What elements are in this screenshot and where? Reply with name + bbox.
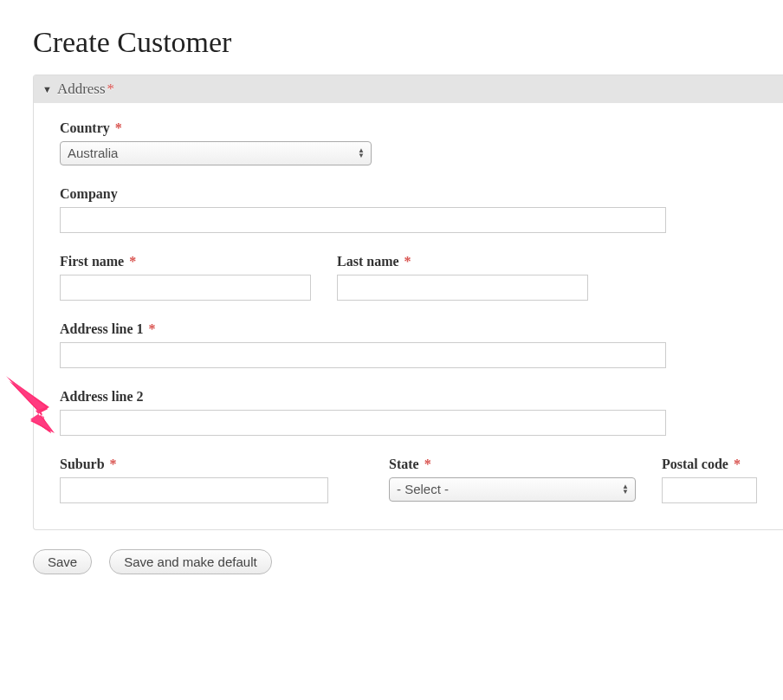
address-panel: ▼ Address * Country bbox=[33, 75, 783, 530]
suburb-input[interactable] bbox=[60, 477, 328, 503]
suburb-label: Suburb * bbox=[60, 457, 328, 472]
address2-label: Address line 2 bbox=[60, 389, 757, 405]
state-select-wrap: - Select - ▲▼ bbox=[389, 477, 636, 502]
required-marker: * bbox=[107, 81, 115, 98]
address2-input[interactable] bbox=[60, 410, 666, 436]
panel-title: Address bbox=[57, 81, 106, 98]
first-name-label: First name * bbox=[60, 254, 311, 269]
address1-input[interactable] bbox=[60, 342, 666, 368]
company-row: Company bbox=[60, 186, 757, 233]
country-row: Country * Australia ▲▼ bbox=[60, 120, 757, 165]
chevron-updown-icon: ▲▼ bbox=[358, 148, 365, 159]
save-button[interactable]: Save bbox=[33, 549, 92, 574]
address1-row: Address line 1 * bbox=[60, 321, 757, 368]
state-select[interactable]: - Select - bbox=[389, 477, 636, 502]
country-select-wrap: Australia ▲▼ bbox=[60, 141, 372, 165]
address1-label: Address line 1 * bbox=[60, 321, 757, 337]
company-label: Company bbox=[60, 186, 757, 202]
annotation-arrow-icon bbox=[4, 376, 56, 437]
name-row: First name * Last name * bbox=[60, 254, 757, 301]
last-name-label: Last name * bbox=[337, 254, 588, 269]
first-name-input[interactable] bbox=[60, 275, 311, 301]
postal-code-input[interactable] bbox=[662, 477, 757, 503]
svg-marker-1 bbox=[6, 376, 53, 431]
panel-body: Country * Australia ▲▼ Company bbox=[34, 103, 783, 529]
svg-marker-0 bbox=[8, 378, 55, 433]
page-title: Create Customer bbox=[33, 26, 783, 59]
address2-row: Address line 2 bbox=[60, 389, 757, 436]
panel-header[interactable]: ▼ Address * bbox=[34, 75, 783, 103]
save-make-default-button[interactable]: Save and make default bbox=[109, 549, 271, 574]
postal-code-label: Postal code * bbox=[662, 457, 757, 472]
state-label: State * bbox=[389, 457, 636, 472]
button-row: Save Save and make default bbox=[33, 549, 783, 574]
last-name-input[interactable] bbox=[337, 275, 588, 301]
chevron-down-icon: ▼ bbox=[42, 84, 52, 94]
locality-row: Suburb * State * - Select - ▲▼ bbox=[60, 457, 757, 503]
country-select[interactable]: Australia bbox=[60, 141, 372, 165]
chevron-updown-icon: ▲▼ bbox=[622, 484, 629, 495]
company-input[interactable] bbox=[60, 207, 666, 233]
country-label: Country * bbox=[60, 120, 757, 136]
